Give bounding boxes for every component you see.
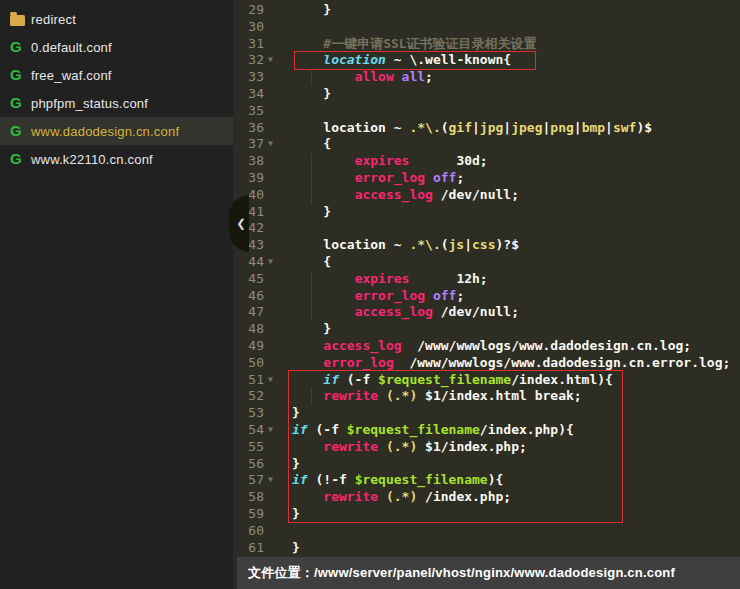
token-w: $1/index.html break; xyxy=(417,388,581,403)
code-line[interactable]: 44▼ { xyxy=(237,254,740,271)
token-w: /index.php){ xyxy=(480,422,574,437)
code-area: 29 }3031 #一键申请SSL证书验证目录相关设置32▼ location … xyxy=(237,2,740,556)
token-w: } xyxy=(292,321,331,336)
code-text: } xyxy=(292,405,300,422)
code-text: if (!-f $request_filename){ xyxy=(292,472,503,489)
folder-icon xyxy=(10,11,31,27)
code-line[interactable]: 52 rewrite (.*) $1/index.html break; xyxy=(237,388,740,405)
code-line[interactable]: 53} xyxy=(237,405,740,422)
file-item-phpfpm-status-conf[interactable]: Gphpfpm_status.conf xyxy=(0,89,233,117)
code-line[interactable]: 54▼if (-f $request_filename/index.php){ xyxy=(237,422,740,439)
token-w: | xyxy=(464,237,472,252)
code-line[interactable]: 34 } xyxy=(237,86,740,103)
code-text: rewrite (.*) /index.php; xyxy=(292,489,511,506)
code-line[interactable]: 60 xyxy=(237,523,740,540)
code-text: if (-f $request_filename/index.php){ xyxy=(292,422,574,439)
token-w: { xyxy=(292,136,331,151)
token-w xyxy=(292,288,355,303)
token-p: allow xyxy=(355,69,394,84)
code-line[interactable]: 48 } xyxy=(237,321,740,338)
code-line[interactable]: 43 location ~ .*\.(js|css)?$ xyxy=(237,237,740,254)
fold-gutter xyxy=(264,69,277,86)
token-y: js xyxy=(449,237,465,252)
conf-file-icon-glyph: G xyxy=(10,123,22,139)
token-w: /www/wwwlogs/www.dadodesign.cn.log; xyxy=(402,338,692,353)
conf-file-icon: G xyxy=(10,67,31,83)
token-w: 12h; xyxy=(409,271,487,286)
code-line[interactable]: 29 } xyxy=(237,2,740,19)
token-w: (-f xyxy=(308,422,347,437)
fold-arrow-icon[interactable]: ▼ xyxy=(264,472,277,489)
fold-arrow-icon[interactable]: ▼ xyxy=(264,422,277,439)
code-line[interactable]: 49 access_log /www/wwwlogs/www.dadodesig… xyxy=(237,338,740,355)
code-line[interactable]: 45 expires 12h; xyxy=(237,271,740,288)
code-line[interactable]: 57▼if (!-f $request_filename){ xyxy=(237,472,740,489)
line-number: 30 xyxy=(237,19,264,36)
file-item-free-waf-conf[interactable]: Gfree_waf.conf xyxy=(0,61,233,89)
fold-arrow-icon[interactable]: ▼ xyxy=(264,136,277,153)
code-editor[interactable]: 29 }3031 #一键申请SSL证书验证目录相关设置32▼ location … xyxy=(237,0,740,557)
token-w xyxy=(378,489,386,504)
token-g: $request_filename xyxy=(378,372,511,387)
code-line[interactable]: 38 expires 30d; xyxy=(237,153,740,170)
token-g: $request_filename xyxy=(347,422,480,437)
line-number: 49 xyxy=(237,338,264,355)
fold-gutter xyxy=(264,86,277,103)
token-y: (.*) xyxy=(386,489,417,504)
token-y: .*\. xyxy=(409,237,440,252)
code-line[interactable]: 51▼ if (-f $request_filename/index.html)… xyxy=(237,372,740,389)
fold-arrow-icon[interactable]: ▼ xyxy=(264,254,277,271)
line-number: 50 xyxy=(237,355,264,372)
fold-arrow-icon[interactable]: ▼ xyxy=(264,372,277,389)
fold-gutter xyxy=(264,204,277,221)
code-line[interactable]: 42 xyxy=(237,220,740,237)
code-line[interactable]: 46 error_log off; xyxy=(237,288,740,305)
fold-gutter xyxy=(264,103,277,120)
token-w: ; xyxy=(456,170,464,185)
sidebar-divider xyxy=(233,0,237,589)
code-line[interactable]: 50 error_log /www/wwwlogs/www.dadodesign… xyxy=(237,355,740,372)
code-line[interactable]: 41 } xyxy=(237,204,740,221)
fold-gutter xyxy=(264,439,277,456)
file-item-label: redirect xyxy=(31,12,76,27)
token-w: | xyxy=(605,120,613,135)
token-w: /dev/null; xyxy=(433,304,519,319)
code-line[interactable]: 36 location ~ .*\.(gif|jpg|jpeg|png|bmp|… xyxy=(237,120,740,137)
folder-icon-shape xyxy=(10,15,25,26)
code-line[interactable]: 33 allow all; xyxy=(237,69,740,86)
code-line[interactable]: 55 rewrite (.*) $1/index.php; xyxy=(237,439,740,456)
code-line[interactable]: 39 error_log off; xyxy=(237,170,740,187)
code-line[interactable]: 35 xyxy=(237,103,740,120)
token-w: } xyxy=(292,86,331,101)
file-item-www-k22110-cn-conf[interactable]: Gwww.k22110.cn.conf xyxy=(0,145,233,173)
code-line[interactable]: 59} xyxy=(237,506,740,523)
line-number: 45 xyxy=(237,271,264,288)
token-p: error_log xyxy=(355,288,425,303)
code-line[interactable]: 37▼ { xyxy=(237,136,740,153)
line-number: 59 xyxy=(237,506,264,523)
code-line[interactable]: 56} xyxy=(237,456,740,473)
code-line[interactable]: 31 #一键申请SSL证书验证目录相关设置 xyxy=(237,36,740,53)
file-item-www-dadodesign-cn-conf[interactable]: Gwww.dadodesign.cn.conf xyxy=(0,117,233,145)
code-line[interactable]: 58 rewrite (.*) /index.php; xyxy=(237,489,740,506)
indent-guide xyxy=(311,271,312,321)
token-w: | xyxy=(503,120,511,135)
collapse-sidebar-handle[interactable]: ❮ xyxy=(228,195,249,252)
line-number: 54 xyxy=(237,422,264,439)
file-item-0-default-conf[interactable]: G0.default.conf xyxy=(0,33,233,61)
line-number: 55 xyxy=(237,439,264,456)
code-line[interactable]: 61} xyxy=(237,540,740,557)
code-line[interactable]: 40 access_log /dev/null; xyxy=(237,187,740,204)
code-line[interactable]: 30 xyxy=(237,19,740,36)
token-w xyxy=(394,69,402,84)
token-w: } xyxy=(292,204,331,219)
code-text: access_log /dev/null; xyxy=(292,187,519,204)
file-item-redirect[interactable]: redirect xyxy=(0,5,233,33)
code-line[interactable]: 47 access_log /dev/null; xyxy=(237,304,740,321)
line-number: 36 xyxy=(237,120,264,137)
token-y: (.*) xyxy=(386,439,417,454)
token-w: ~ \.well-known{ xyxy=(386,52,511,67)
fold-arrow-icon[interactable]: ▼ xyxy=(264,52,277,69)
code-line[interactable]: 32▼ location ~ \.well-known{ xyxy=(237,52,740,69)
fold-gutter xyxy=(264,288,277,305)
